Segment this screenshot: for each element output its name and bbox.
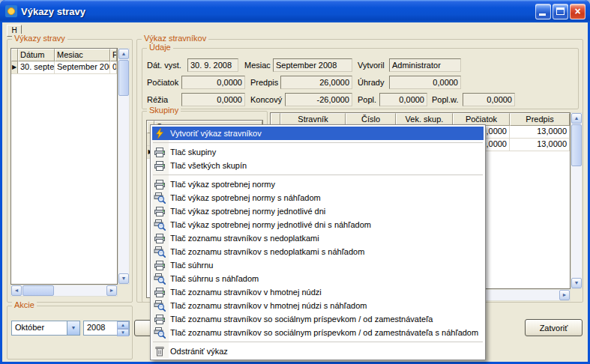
month-select[interactable]: Október ▼ — [11, 321, 80, 336]
cell-datum: 30. septe — [18, 61, 55, 73]
month-select-value: Október — [12, 321, 67, 335]
rezia-label: Réžia — [147, 95, 168, 104]
menu-item-tlac-zoznamu-stravnikov-v-hmotnej-nudzi-s-nahladom[interactable]: Tlač zoznamu stravníkov v hmotnej núdzi … — [152, 299, 484, 312]
udaje-group-title: Údaje — [147, 43, 173, 52]
dat-vyst-label: Dát. vyst. — [147, 61, 181, 70]
column-header-predpis[interactable]: Predpis — [510, 113, 570, 126]
menu-item-odstranit-vykaz[interactable]: Odstrániť výkaz — [152, 345, 484, 358]
menu-item-label: Tlač výkaz spotrebnej normy jednotlivé d… — [170, 220, 371, 229]
print-preview-icon — [154, 273, 166, 285]
rezia-field[interactable]: 0,0000 — [181, 93, 245, 106]
table-row[interactable]: ▶ 30. septe September 2008 0 — [11, 61, 117, 74]
menu-item-label: Tlač zoznamu stravníkov s nedoplatkami — [170, 234, 319, 243]
menu-item-tlac-vykaz-spotrebnej-normy-s-nahladom[interactable]: Tlač výkaz spotrebnej normy s náhľadom — [152, 191, 484, 204]
menu-item-label: Vytvoriť výkaz stravníkov — [170, 129, 262, 138]
poplw-field[interactable]: 0,0000 — [463, 93, 515, 106]
scroll-left-button[interactable]: ◄ — [11, 285, 22, 296]
koncovy-field[interactable]: -26,0000 — [285, 93, 352, 106]
scroll-right-button[interactable]: ► — [106, 285, 117, 296]
skupiny-group-title: Skupiny — [147, 106, 181, 115]
scrollbar-thumb[interactable] — [571, 124, 582, 166]
predpis-field[interactable]: 26,0000 — [280, 76, 352, 89]
vertical-scrollbar[interactable]: ▲ ▼ — [118, 48, 130, 285]
cell-predpis: 13,0000 — [510, 126, 570, 138]
menu-separator — [153, 142, 483, 143]
printer-icon — [154, 178, 166, 190]
maximize-button[interactable] — [553, 4, 568, 19]
scroll-up-button[interactable]: ▲ — [571, 113, 582, 124]
uhrady-field[interactable]: 0,0000 — [389, 76, 461, 89]
printer-icon — [154, 232, 166, 244]
scrollbar-corner — [118, 285, 130, 297]
menu-item-tlac-zoznamu-stravnikov-s-nedoplatkami[interactable]: Tlač zoznamu stravníkov s nedoplatkami — [152, 231, 484, 245]
pociatok-field[interactable]: 0,0000 — [181, 76, 245, 89]
vytvoril-field[interactable]: Administrator — [389, 58, 461, 72]
menu-item-tlac-zoznamu-stravnikov-so-socialnym-prispevkom-s-nahladom[interactable]: Tlač zoznamu stravníkov so sociálnym prí… — [152, 326, 484, 339]
print-preview-icon — [154, 219, 166, 231]
menu-item-tlac-suhrnu-s-nahladom[interactable]: Tlač súhrnu s náhľadom — [152, 272, 484, 285]
print-preview-icon — [154, 300, 166, 312]
reports-table-header: Dátum Mesiac F — [11, 49, 117, 61]
menu-item-tlac-vykaz-spotrebnej-normy-jednotlive-dni-s-nahladom[interactable]: Tlač výkaz spotrebnej normy jednotlivé d… — [152, 218, 484, 231]
chevron-down-icon[interactable]: ▼ — [67, 321, 79, 335]
menu-item-label: Tlač zoznamu stravníkov so sociálnym prí… — [170, 315, 433, 324]
column-header-mesiac[interactable]: Mesiac — [55, 49, 110, 61]
close-button[interactable]: × — [570, 4, 586, 19]
title-bar[interactable]: Výkazy stravy × — [0, 0, 590, 22]
mesiac-field[interactable]: September 2008 — [273, 58, 352, 72]
cell-mesiac: September 2008 — [55, 61, 110, 73]
spin-down-button[interactable]: ▼ — [117, 329, 129, 336]
window-controls: × — [535, 4, 586, 19]
scrollbar-corner — [571, 289, 583, 301]
printer-icon — [154, 286, 166, 298]
scroll-down-button[interactable]: ▼ — [571, 278, 582, 288]
menu-item-tlac-zoznamu-stravnikov-v-hmotnej-nudzi[interactable]: Tlač zoznamu stravníkov v hmotnej núdzi — [152, 285, 484, 299]
minimize-button[interactable] — [535, 4, 551, 19]
zatvorit-button[interactable]: Zatvoriť — [525, 319, 583, 336]
dat-vyst-field[interactable]: 30. 9. 2008 — [187, 58, 238, 72]
menu-item-tlac-zoznamu-stravnikov-so-socialnym-prispevkom[interactable]: Tlač zoznamu stravníkov so sociálnym prí… — [152, 312, 484, 326]
scrollbar-thumb[interactable] — [118, 60, 129, 96]
year-stepper[interactable]: 2008 ▲ ▼ — [83, 321, 130, 336]
scroll-up-button[interactable]: ▲ — [118, 49, 129, 59]
scroll-down-button[interactable]: ▼ — [118, 273, 129, 284]
menu-item-vytvorit-vykaz-stravnikov[interactable]: Vytvoriť výkaz stravníkov — [152, 127, 484, 140]
koncovy-label: Koncový — [250, 95, 282, 104]
column-header-f[interactable]: F — [110, 49, 117, 61]
printer-icon — [154, 146, 166, 158]
menu-item-tlac-suhrnu[interactable]: Tlač súhrnu — [152, 258, 484, 272]
popl-label: Popl. — [358, 95, 376, 104]
row-selector: ▶ — [11, 61, 18, 73]
column-header-datum[interactable]: Dátum — [18, 49, 55, 61]
printer-icon — [154, 160, 166, 172]
menu-item-label: Tlač výkaz spotrebnej normy s náhľadom — [170, 193, 321, 202]
akcie-group-title: Akcie — [12, 300, 37, 309]
cell-predpis: 13,0000 — [510, 139, 570, 151]
predpis-label: Predpis — [250, 78, 278, 87]
app-icon[interactable] — [5, 5, 17, 17]
reports-group-title: Výkazy stravy — [12, 34, 67, 43]
menu-item-tlac-vykaz-spotrebnej-normy[interactable]: Tlač výkaz spotrebnej normy — [152, 178, 484, 191]
popl-field[interactable]: 0,0000 — [379, 93, 427, 106]
lightning-icon — [154, 127, 166, 139]
menu-item-tlac-skupiny[interactable]: Tlač skupiny — [152, 145, 484, 159]
menu-item-label: Tlač zoznamu stravníkov v hmotnej núdzi — [170, 288, 322, 297]
maximize-icon — [556, 7, 565, 15]
menu-item-tlac-vykaz-spotrebnej-normy-jednotlive-dni[interactable]: Tlač výkaz spotrebnej normy jednotlivé d… — [152, 204, 484, 218]
uhrady-label: Úhrady — [358, 78, 384, 87]
scrollbar-thumb[interactable] — [22, 285, 54, 296]
selector-header — [11, 49, 18, 61]
application-window: Výkazy stravy × H Výkazy stravy Dátum Me… — [0, 0, 590, 364]
menu-item-label: Tlač zoznamu stravníkov so sociálnym prí… — [170, 328, 478, 337]
scroll-right-button[interactable]: ► — [559, 290, 570, 300]
menu-item-tlac-vsetkych-skupin[interactable]: Tlač všetkých skupín — [152, 159, 484, 172]
menu-item-label: Tlač skupiny — [170, 148, 216, 157]
menu-item-label: Tlač výkaz spotrebnej normy — [170, 180, 275, 189]
menu-item-tlac-zoznamu-stravnikov-s-nedoplatkami-s-nahladom[interactable]: Tlač zoznamu stravníkov s nedoplatkami s… — [152, 245, 484, 258]
horizontal-scrollbar[interactable]: ◄ ► — [10, 285, 118, 297]
spin-up-button[interactable]: ▲ — [117, 321, 129, 329]
printer-icon — [154, 313, 166, 325]
vertical-scrollbar[interactable]: ▲ ▼ — [571, 112, 583, 289]
row-marker-icon: ▶ — [12, 64, 16, 70]
menu-item-label: Tlač zoznamu stravníkov s nedoplatkami s… — [170, 247, 364, 256]
